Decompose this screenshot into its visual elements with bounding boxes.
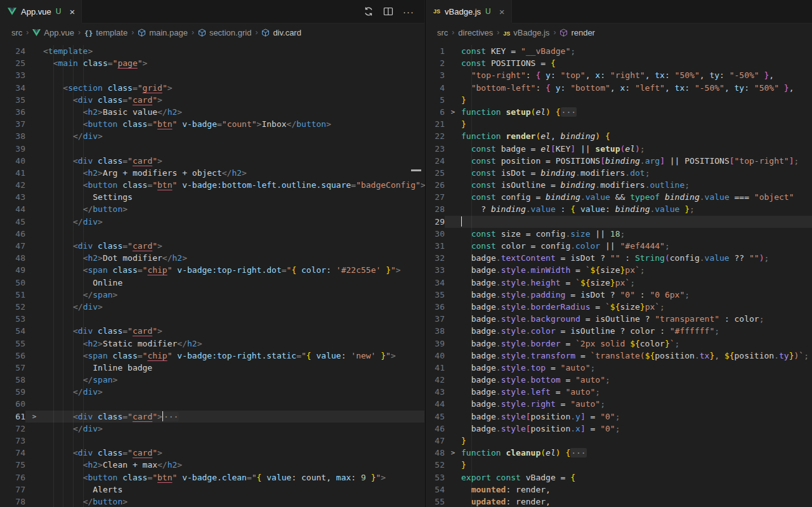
line-number[interactable]: 27	[426, 191, 445, 203]
code-line[interactable]: 61> <div class="card">···	[0, 411, 424, 423]
code-line[interactable]: 35 badge.style.padding = isDot ? "0" : "…	[426, 289, 812, 301]
line-number[interactable]: 26	[426, 179, 445, 191]
tab-vbadge-js[interactable]: JS vBadge.js U ×	[426, 0, 512, 23]
line-number[interactable]: 37	[0, 118, 25, 130]
code-line[interactable]: 43 Settings	[0, 191, 424, 203]
open-changes-icon[interactable]	[363, 6, 374, 16]
line-number[interactable]: 45	[426, 411, 445, 423]
fold-chevron-icon[interactable]: >	[445, 106, 461, 118]
line-number[interactable]: 50	[0, 277, 25, 289]
code-line[interactable]: 25 <main class="page">	[0, 57, 424, 69]
line-number[interactable]: 52	[0, 301, 25, 313]
code-editor-vbadge-js[interactable]: 1const KEY = "__vBadge";2const POSITIONS…	[426, 41, 812, 507]
fold-chevron-icon[interactable]: >	[25, 411, 43, 423]
line-number[interactable]: 46	[426, 423, 445, 435]
line-number[interactable]: 51	[0, 289, 25, 301]
code-line[interactable]: 72 </div>	[0, 423, 424, 435]
code-line[interactable]: 36 badge.style.borderRadius = `${size}px…	[426, 301, 812, 313]
code-line[interactable]: 41 <h2>Arg + modifiers + object</h2>	[0, 167, 424, 179]
line-number[interactable]: 42	[426, 374, 445, 386]
code-line[interactable]: 78 </button>	[0, 496, 424, 507]
line-number[interactable]: 47	[0, 240, 25, 252]
code-line[interactable]: 4 "bottom-left": { y: "bottom", x: "left…	[426, 82, 812, 94]
code-line[interactable]: 33	[0, 69, 424, 81]
code-line[interactable]: 58 </span>	[0, 374, 424, 386]
line-number[interactable]: 30	[426, 228, 445, 240]
line-number[interactable]: 56	[0, 350, 25, 362]
breadcrumb-item-section-grid[interactable]: section.grid	[198, 28, 251, 37]
line-number[interactable]: 73	[0, 435, 25, 447]
code-line[interactable]: 42 badge.style.bottom = "auto";	[426, 374, 812, 386]
line-number[interactable]: 77	[0, 484, 25, 496]
code-line[interactable]: 51 </span>	[0, 289, 424, 301]
line-number[interactable]: 3	[426, 69, 445, 81]
line-number[interactable]: 72	[0, 423, 25, 435]
code-line[interactable]: 56 <span class="chip" v-badge:top-right.…	[0, 350, 424, 362]
line-number[interactable]: 41	[426, 362, 445, 374]
code-line[interactable]: 32 badge.textContent = isDot ? "" : Stri…	[426, 252, 812, 264]
code-line[interactable]: 46	[0, 228, 424, 240]
line-number[interactable]: 5	[426, 94, 445, 106]
line-number[interactable]: 53	[426, 471, 445, 484]
more-actions-icon[interactable]: ···	[403, 6, 414, 17]
line-number[interactable]: 44	[0, 203, 25, 215]
code-line[interactable]: 39	[0, 143, 424, 155]
code-line[interactable]: 43 badge.style.left = "auto";	[426, 386, 812, 398]
code-line[interactable]: 44 badge.style.right = "auto";	[426, 398, 812, 410]
code-line[interactable]: 48>function cleanup(el) {···	[426, 447, 812, 459]
code-line[interactable]: 54 mounted: render,	[426, 484, 812, 496]
code-line[interactable]: 5}	[426, 94, 812, 106]
code-line[interactable]: 60	[0, 398, 424, 410]
line-number[interactable]: 57	[0, 362, 25, 374]
line-number[interactable]: 6	[426, 106, 445, 118]
tab-app-vue[interactable]: App.vue U ×	[0, 0, 82, 23]
code-line[interactable]: 21}	[426, 118, 812, 130]
line-number[interactable]: 2	[426, 57, 445, 69]
line-number[interactable]: 74	[0, 447, 25, 459]
line-number[interactable]: 28	[426, 203, 445, 215]
line-number[interactable]: 60	[0, 398, 25, 410]
code-line[interactable]: 45 </div>	[0, 216, 424, 228]
code-line[interactable]: 53	[0, 313, 424, 325]
code-line[interactable]: 52}	[426, 459, 812, 471]
line-number[interactable]: 54	[0, 325, 25, 337]
line-number[interactable]: 40	[426, 350, 445, 362]
code-line[interactable]: 59 </div>	[0, 386, 424, 398]
code-line[interactable]: 34 badge.style.height = `${size}px`;	[426, 277, 812, 289]
breadcrumb-item-directives[interactable]: directives	[458, 28, 493, 37]
split-editor-icon[interactable]	[383, 6, 393, 16]
line-number[interactable]: 25	[0, 57, 25, 69]
line-number[interactable]: 49	[0, 264, 25, 276]
code-line[interactable]: 46 badge.style[position.x] = "0";	[426, 423, 812, 435]
line-number[interactable]: 4	[426, 82, 445, 94]
code-line[interactable]: 74 <div class="card">	[0, 447, 424, 459]
line-number[interactable]: 23	[426, 143, 445, 155]
line-number[interactable]: 53	[0, 313, 25, 325]
code-line[interactable]: 50 Online	[0, 277, 424, 289]
line-number[interactable]: 54	[426, 484, 445, 496]
line-number[interactable]: 38	[426, 325, 445, 337]
code-line[interactable]: 28 ? binding.value : { value: binding.va…	[426, 203, 812, 215]
close-icon[interactable]: ×	[69, 7, 75, 16]
line-number[interactable]: 33	[0, 69, 25, 81]
line-number[interactable]: 1	[426, 45, 445, 57]
code-line[interactable]: 42 <button class="btn" v-badge:bottom-le…	[0, 179, 424, 191]
code-line[interactable]: 52 </div>	[0, 301, 424, 313]
code-line[interactable]: 49 <span class="chip" v-badge:top-right.…	[0, 264, 424, 276]
line-number[interactable]: 47	[426, 435, 445, 447]
code-line[interactable]: 75 <h2>Clean + max</h2>	[0, 459, 424, 471]
code-line[interactable]: 29	[426, 216, 812, 228]
code-line[interactable]: 27 const config = binding.value && typeo…	[426, 191, 812, 203]
code-line[interactable]: 24<template>	[0, 45, 424, 57]
line-number[interactable]: 33	[426, 264, 445, 276]
line-number[interactable]: 55	[426, 496, 445, 507]
fold-chevron-icon[interactable]: >	[445, 447, 461, 459]
line-number[interactable]: 52	[426, 459, 445, 471]
line-number[interactable]: 40	[0, 155, 25, 167]
code-line[interactable]: 30 const size = config.size || 18;	[426, 228, 812, 240]
code-line[interactable]: 37 badge.style.background = isOutline ? …	[426, 313, 812, 325]
code-line[interactable]: 47 <div class="card">	[0, 240, 424, 252]
code-line[interactable]: 45 badge.style[position.y] = "0";	[426, 411, 812, 423]
line-number[interactable]: 35	[0, 94, 25, 106]
code-line[interactable]: 76 <button class="btn" v-badge.clean="{ …	[0, 471, 424, 484]
